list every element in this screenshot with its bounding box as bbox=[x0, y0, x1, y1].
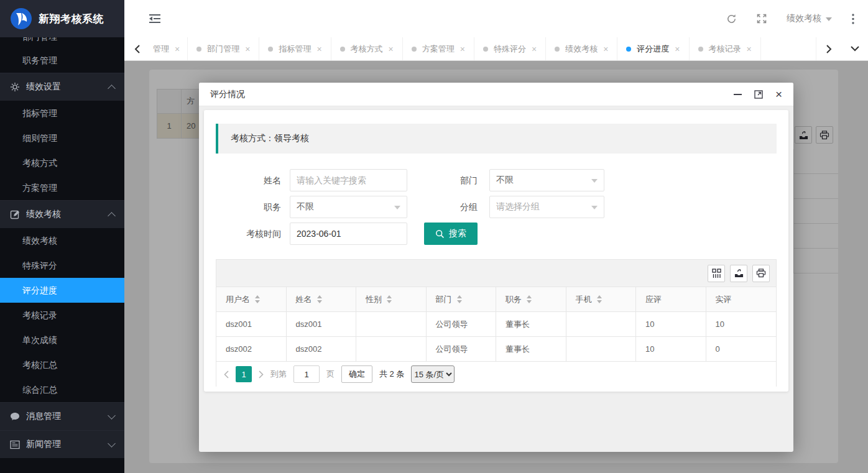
col-header-duty[interactable]: 职务 bbox=[496, 287, 566, 311]
sidebar-section-performance-assessment[interactable]: 绩效考核 bbox=[0, 200, 124, 228]
chevron-up-icon bbox=[108, 85, 116, 93]
tabs-menu-chevron-down-icon[interactable] bbox=[842, 37, 868, 60]
tab-indicator-management[interactable]: 指标管理× bbox=[259, 37, 331, 60]
sidebar-section-performance-settings[interactable]: 绩效设置 bbox=[0, 73, 124, 101]
minimize-icon[interactable] bbox=[734, 94, 742, 95]
sort-icon[interactable] bbox=[527, 293, 532, 306]
jump-prefix-label: 到第 bbox=[270, 369, 287, 380]
tabs-scroll-left-icon[interactable] bbox=[124, 37, 149, 60]
edit-icon bbox=[10, 209, 20, 219]
close-icon[interactable]: × bbox=[389, 45, 394, 53]
tab-plan-management[interactable]: 方案管理× bbox=[403, 37, 474, 60]
sidebar-item-duty-management[interactable]: 职务管理 bbox=[0, 48, 124, 73]
export-icon[interactable] bbox=[730, 265, 747, 282]
group-select[interactable]: 请选择分组 bbox=[489, 196, 604, 218]
close-icon[interactable]: × bbox=[245, 45, 250, 53]
app-title: 新翔考核系统 bbox=[39, 12, 104, 26]
sidebar-item-plan-management[interactable]: 方案管理 bbox=[0, 175, 124, 200]
tab-scoring-progress[interactable]: 评分进度× bbox=[617, 37, 689, 60]
sidebar-section-label: 新闻管理 bbox=[26, 439, 109, 450]
table-row[interactable]: dsz001 dsz001 公司领导 董事长 10 10 bbox=[216, 312, 776, 337]
assessment-time-input[interactable] bbox=[290, 223, 407, 245]
chevron-down-icon bbox=[108, 439, 116, 448]
close-icon[interactable]: × bbox=[675, 45, 680, 53]
sidebar-section-label: 消息管理 bbox=[26, 411, 109, 422]
content-area: 方 1 20 评分情况 bbox=[124, 61, 868, 473]
tab-assessment-method[interactable]: 考核方式× bbox=[331, 37, 403, 60]
sidebar-item-department-management-clipped[interactable]: 部门管理 bbox=[0, 37, 124, 48]
sidebar-item-comprehensive-summary[interactable]: 综合汇总 bbox=[0, 377, 124, 402]
scoring-status-modal: 评分情况 × 考核方式：领导考核 姓名 部门 不限 bbox=[199, 83, 793, 452]
sidebar-item-rules-management[interactable]: 细则管理 bbox=[0, 126, 124, 150]
sidebar-item-assessment-summary[interactable]: 考核汇总 bbox=[0, 352, 124, 377]
close-icon[interactable]: × bbox=[175, 45, 180, 53]
sidebar-item-assessment-records[interactable]: 考核记录 bbox=[0, 303, 124, 328]
tab-dot-icon bbox=[626, 47, 631, 52]
total-count-label: 共 2 条 bbox=[379, 369, 404, 380]
page-size-select[interactable]: 15 条/页 bbox=[411, 365, 455, 383]
current-page[interactable]: 1 bbox=[236, 366, 252, 382]
more-menu-icon[interactable] bbox=[852, 14, 854, 24]
sidebar-item-scoring-progress[interactable]: 评分进度 bbox=[0, 278, 124, 303]
tab-department-management[interactable]: 部门管理× bbox=[188, 37, 259, 60]
department-select[interactable]: 不限 bbox=[489, 169, 604, 191]
close-icon[interactable]: × bbox=[316, 45, 321, 53]
tab-dot-icon bbox=[555, 47, 560, 52]
sort-icon[interactable] bbox=[317, 293, 322, 306]
close-icon[interactable]: × bbox=[532, 45, 537, 53]
module-switcher[interactable]: 绩效考核 bbox=[787, 13, 832, 24]
columns-filter-icon[interactable] bbox=[708, 265, 725, 282]
sort-icon[interactable] bbox=[387, 293, 392, 306]
confirm-jump-button[interactable]: 确定 bbox=[341, 365, 372, 383]
col-header-mobile[interactable]: 手机 bbox=[566, 287, 637, 311]
col-header-gender[interactable]: 性别 bbox=[356, 287, 427, 311]
sidebar-item-special-scoring[interactable]: 特殊评分 bbox=[0, 253, 124, 278]
duty-select[interactable]: 不限 bbox=[290, 196, 407, 218]
sidebar-item-single-score[interactable]: 单次成绩 bbox=[0, 328, 124, 352]
prev-page-icon[interactable] bbox=[224, 370, 229, 379]
tab-spacer bbox=[761, 37, 816, 60]
close-icon[interactable]: × bbox=[775, 88, 782, 100]
table-row[interactable]: dsz002 dsz002 公司领导 董事长 10 0 bbox=[216, 337, 776, 362]
fullscreen-icon[interactable] bbox=[757, 14, 767, 24]
sidebar-collapse-icon[interactable] bbox=[149, 14, 160, 23]
name-label: 姓名 bbox=[213, 169, 281, 191]
tabs-scroll-right-icon[interactable] bbox=[816, 37, 842, 60]
tab-assessment-records[interactable]: 考核记录× bbox=[690, 37, 761, 60]
col-header-department[interactable]: 部门 bbox=[427, 287, 497, 311]
table-toolbar bbox=[216, 260, 776, 287]
sidebar-section-message-management[interactable]: 消息管理 bbox=[0, 402, 124, 430]
next-page-icon[interactable] bbox=[259, 370, 264, 379]
tab-management-clipped[interactable]: 管理× bbox=[149, 37, 188, 60]
sidebar-section-news-management[interactable]: 新闻管理 bbox=[0, 430, 124, 458]
modal-titlebar: 评分情况 × bbox=[199, 83, 793, 106]
sort-icon[interactable] bbox=[597, 293, 602, 306]
col-header-username[interactable]: 用户名 bbox=[216, 287, 287, 311]
close-icon[interactable]: × bbox=[603, 45, 608, 53]
print-icon[interactable] bbox=[752, 265, 770, 282]
chevron-down-icon bbox=[108, 411, 116, 420]
refresh-icon[interactable] bbox=[726, 14, 737, 24]
sort-icon[interactable] bbox=[457, 293, 462, 306]
name-input[interactable] bbox=[290, 169, 407, 191]
sort-icon[interactable] bbox=[255, 293, 260, 306]
sidebar-item-indicator-management[interactable]: 指标管理 bbox=[0, 101, 124, 126]
sidebar-item-performance-assessment[interactable]: 绩效考核 bbox=[0, 228, 124, 253]
jump-page-input[interactable] bbox=[293, 365, 320, 383]
tab-dot-icon bbox=[196, 47, 201, 52]
col-header-name[interactable]: 姓名 bbox=[287, 287, 357, 311]
logo-bar: 新翔考核系统 bbox=[0, 0, 124, 37]
top-header: 绩效考核 bbox=[124, 0, 868, 37]
tab-dot-icon bbox=[483, 47, 488, 52]
search-button[interactable]: 搜索 bbox=[424, 223, 478, 245]
maximize-icon[interactable] bbox=[754, 90, 763, 99]
tab-performance-assessment[interactable]: 绩效考核× bbox=[546, 37, 617, 60]
duty-label: 职务 bbox=[213, 196, 281, 218]
sidebar-section-label: 绩效考核 bbox=[26, 209, 109, 220]
close-icon[interactable]: × bbox=[747, 45, 752, 53]
tab-special-scoring[interactable]: 特殊评分× bbox=[474, 37, 546, 60]
modal-body-panel: 考核方式：领导考核 姓名 部门 不限 职务 不限 分组 请选择分组 bbox=[204, 110, 788, 392]
sidebar-item-assessment-method[interactable]: 考核方式 bbox=[0, 150, 124, 175]
module-switcher-label: 绩效考核 bbox=[787, 13, 821, 24]
close-icon[interactable]: × bbox=[460, 45, 465, 53]
